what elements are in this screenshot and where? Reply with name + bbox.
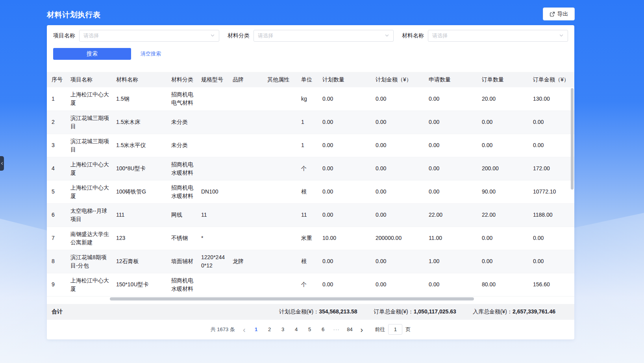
table-cell: 111: [113, 203, 168, 227]
page-button-1[interactable]: 1: [252, 324, 261, 335]
table-cell: 个: [298, 273, 319, 296]
horizontal-scrollbar[interactable]: [110, 297, 474, 300]
table-cell: [198, 87, 229, 111]
table-cell: [264, 227, 298, 250]
table-cell: 0.00: [530, 227, 574, 250]
column-header: 单位: [298, 72, 319, 87]
table-cell: [264, 87, 298, 111]
goto-page-input[interactable]: [388, 324, 402, 335]
table-cell: [264, 250, 298, 273]
material-category-select[interactable]: 请选择: [254, 30, 394, 42]
table-cell: 太空电梯--月球项目: [67, 203, 113, 227]
table-cell: 根: [298, 180, 319, 203]
table-cell: 123: [113, 227, 168, 250]
clear-search-link[interactable]: 清空搜索: [141, 50, 161, 57]
inbound-total-amount: 入库总金额(¥)：2,657,339,761.46: [473, 308, 555, 315]
pages-ellipsis[interactable]: ···: [332, 324, 341, 335]
total-count: 共 1673 条: [211, 326, 235, 333]
table-cell: [198, 273, 229, 296]
table-cell: 150*10U型卡: [113, 273, 168, 296]
material-category-placeholder: 请选择: [258, 32, 273, 39]
page-title: 材料计划执行表: [47, 10, 101, 20]
page-button-2[interactable]: 2: [265, 324, 274, 335]
table-cell: 招商机电 水暖材料: [168, 157, 198, 180]
table-cell: [229, 227, 264, 250]
table-header-row: 序号项目名称材料名称材料分类规格型号品牌其他属性单位计划数量计划金额（¥）申请数…: [47, 72, 574, 87]
table-row: 8滨江花城8期项目-分包12石膏板墙面辅材1220*2440*12龙牌根0.00…: [47, 250, 574, 273]
table-cell: 11: [198, 203, 229, 227]
table-row: 7南钢盛达大学生公寓新建123不锈钢*米重10.00200000.0011.00…: [47, 227, 574, 250]
column-header: 订单金额（¥）: [530, 72, 574, 87]
table-cell: 20.00: [479, 87, 530, 111]
page-button-84[interactable]: 84: [346, 324, 354, 335]
export-button[interactable]: 导出: [543, 7, 575, 20]
table-row: 5上海松江中心大厦100铸铁管G招商机电 水暖材料DN100根0.000.000…: [47, 180, 574, 203]
table-cell: DN100: [198, 180, 229, 203]
table-cell: [264, 134, 298, 157]
table-cell: 100*8U型卡: [113, 157, 168, 180]
page-button-4[interactable]: 4: [292, 324, 301, 335]
summary-bar: 合计 计划总金额(¥)：354,568,213.58 订单总金额(¥)：1,05…: [47, 304, 574, 320]
column-header: 其他属性: [264, 72, 298, 87]
vertical-scrollbar[interactable]: [571, 88, 574, 190]
table-cell: 9: [47, 273, 67, 296]
column-header: 品牌: [229, 72, 264, 87]
table-cell: 0.00: [372, 157, 426, 180]
table-cell: 1: [298, 134, 319, 157]
table-cell: 墙面辅材: [168, 250, 198, 273]
table-cell: 未分类: [168, 111, 198, 134]
material-name-placeholder: 请选择: [432, 32, 448, 39]
table-row: 6太空电梯--月球项目111网线11110.000.0022.0022.0011…: [47, 203, 574, 227]
page-button-5[interactable]: 5: [305, 324, 314, 335]
page-background: 材料计划执行表 导出 项目名称 请选择: [0, 0, 644, 363]
table-cell: 3: [47, 134, 67, 157]
table-cell: 200.00: [479, 157, 530, 180]
table-cell: [198, 111, 229, 134]
table-cell: 100铸铁管G: [113, 180, 168, 203]
table-cell: 米重: [298, 227, 319, 250]
column-header: 申请数量: [426, 72, 479, 87]
table-cell: kg: [298, 87, 319, 111]
table-cell: 10772.10: [530, 180, 574, 203]
table-cell: 200000.00: [372, 227, 426, 250]
export-icon: [550, 11, 555, 17]
table-cell: 招商机电 电气材料: [168, 87, 198, 111]
table-row: 9上海松江中心大厦150*10U型卡招商机电 水暖材料个0.000.000.00…: [47, 273, 574, 296]
table-cell: 0.00: [426, 87, 479, 111]
table-cell: 0.00: [479, 134, 530, 157]
table-cell: 80.00: [479, 273, 530, 296]
project-name-select[interactable]: 请选择: [79, 30, 219, 42]
table-row: 2滨江花城三期项目1.5米木床未分类10.000.000.000.000.00: [47, 111, 574, 134]
prev-page-button[interactable]: ‹: [241, 326, 247, 334]
search-button[interactable]: 搜索: [53, 48, 131, 60]
table-cell: 22.00: [426, 203, 479, 227]
table-cell: 22.00: [479, 203, 530, 227]
table-cell: 1.5钢: [113, 87, 168, 111]
table-cell: 12石膏板: [113, 250, 168, 273]
table-cell: 2: [47, 111, 67, 134]
content-card: 项目名称 请选择 材料分类 请选择: [47, 25, 574, 339]
table-cell: 130.00: [530, 87, 574, 111]
table-cell: 0.00: [426, 273, 479, 296]
table-cell: 上海松江中心大厦: [67, 273, 113, 296]
table-cell: *: [198, 227, 229, 250]
column-header: 计划数量: [319, 72, 372, 87]
table-cell: 0.00: [372, 111, 426, 134]
page-button-3[interactable]: 3: [279, 324, 287, 335]
table-cell: 0.00: [479, 227, 530, 250]
table-container: 序号项目名称材料名称材料分类规格型号品牌其他属性单位计划数量计划金额（¥）申请数…: [47, 72, 574, 297]
drawer-toggle[interactable]: [0, 156, 4, 171]
table-cell: 0.00: [319, 134, 372, 157]
table-cell: [229, 203, 264, 227]
material-name-select[interactable]: 请选择: [428, 30, 568, 42]
goto-label: 前往: [375, 326, 385, 333]
table-cell: 网线: [168, 203, 198, 227]
plan-total-amount: 计划总金额(¥)：354,568,213.58: [279, 308, 357, 315]
next-page-button[interactable]: ›: [359, 326, 365, 334]
page-list: 123456···84: [252, 324, 354, 335]
column-header: 项目名称: [67, 72, 113, 87]
table-cell: [264, 273, 298, 296]
table-cell: 1: [298, 111, 319, 134]
page-button-6[interactable]: 6: [319, 324, 328, 335]
column-header: 材料分类: [168, 72, 198, 87]
